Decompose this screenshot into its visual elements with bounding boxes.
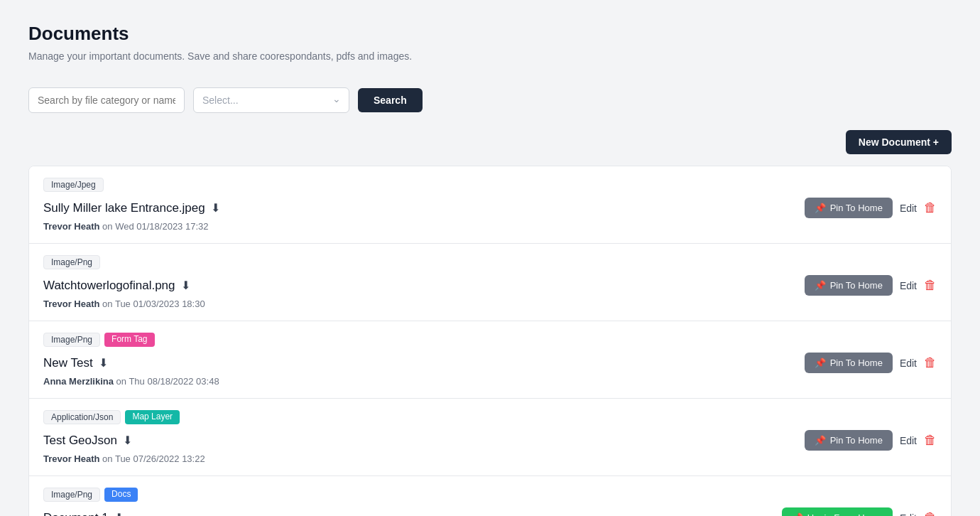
tag-default: Image/Jpeg (43, 178, 104, 192)
doc-name-row: Sully Miller lake Entrance.jpeg⬇📌Pin To … (43, 198, 937, 218)
select-wrapper: Select... (193, 87, 349, 113)
pin-icon: 📌 (815, 358, 826, 368)
doc-name-row: New Test⬇📌Pin To HomeEdit🗑 (43, 353, 937, 373)
delete-button[interactable]: 🗑 (924, 278, 937, 293)
tag-default: Image/Png (43, 488, 100, 502)
doc-name-row: Document 1⬇📌Unpin From HomeEdit🗑 (43, 507, 937, 516)
list-item: Image/PngForm TagNew Test⬇📌Pin To HomeEd… (29, 321, 951, 399)
doc-meta: Trevor Heath on Tue 01/03/2023 18:30 (43, 299, 937, 309)
unpin-button[interactable]: 📌Unpin From Home (782, 507, 893, 516)
doc-meta: Anna Merzlikina on Thu 08/18/2022 03:48 (43, 376, 937, 387)
delete-button[interactable]: 🗑 (924, 433, 937, 448)
doc-tags: Image/PngDocs (43, 488, 937, 502)
doc-name: Test GeoJson⬇ (43, 434, 132, 448)
doc-actions: 📌Pin To HomeEdit🗑 (805, 198, 937, 218)
doc-meta: Trevor Heath on Wed 01/18/2023 17:32 (43, 221, 937, 232)
list-item: Image/JpegSully Miller lake Entrance.jpe… (29, 166, 951, 244)
doc-actions: 📌Unpin From HomeEdit🗑 (782, 507, 937, 516)
pin-button[interactable]: 📌Pin To Home (805, 198, 893, 218)
pin-icon: 📌 (792, 512, 803, 516)
pin-button[interactable]: 📌Pin To Home (805, 275, 893, 296)
edit-button[interactable]: Edit (900, 358, 917, 369)
edit-button[interactable]: Edit (900, 280, 917, 291)
pin-icon: 📌 (815, 203, 826, 213)
search-toolbar: Select... Search (28, 87, 952, 113)
delete-button[interactable]: 🗑 (924, 510, 937, 516)
download-icon[interactable]: ⬇ (181, 279, 190, 292)
list-item: Image/PngWatchtowerlogofinal.png⬇📌Pin To… (29, 244, 951, 321)
doc-name: New Test⬇ (43, 356, 108, 370)
page-title: Documents (28, 23, 952, 45)
new-document-button[interactable]: New Document + (846, 130, 952, 154)
tag-pink: Form Tag (104, 333, 154, 347)
pin-label: Unpin From Home (807, 512, 883, 516)
doc-name-row: Watchtowerlogofinal.png⬇📌Pin To HomeEdit… (43, 275, 937, 296)
page-subtitle: Manage your important documents. Save an… (28, 50, 952, 62)
download-icon[interactable]: ⬇ (211, 201, 220, 215)
edit-button[interactable]: Edit (900, 512, 917, 517)
doc-name-row: Test GeoJson⬇📌Pin To HomeEdit🗑 (43, 430, 937, 451)
doc-tags: Image/Jpeg (43, 178, 937, 192)
tag-blue: Docs (104, 488, 138, 502)
doc-tags: Application/JsonMap Layer (43, 410, 937, 424)
doc-actions: 📌Pin To HomeEdit🗑 (805, 275, 937, 296)
doc-name: Sully Miller lake Entrance.jpeg⬇ (43, 201, 220, 215)
delete-button[interactable]: 🗑 (924, 355, 937, 370)
tag-default: Application/Json (43, 410, 121, 424)
pin-label: Pin To Home (830, 358, 883, 368)
new-document-row: New Document + (28, 130, 952, 154)
pin-icon: 📌 (815, 435, 826, 446)
search-input[interactable] (28, 87, 185, 113)
download-icon[interactable]: ⬇ (114, 511, 124, 516)
download-icon[interactable]: ⬇ (123, 434, 132, 447)
tag-teal: Map Layer (125, 410, 180, 424)
category-select[interactable]: Select... (193, 87, 349, 113)
pin-label: Pin To Home (830, 280, 883, 291)
search-button[interactable]: Search (358, 88, 423, 112)
doc-tags: Image/Png (43, 255, 937, 269)
pin-label: Pin To Home (830, 435, 883, 446)
pin-button[interactable]: 📌Pin To Home (805, 353, 893, 373)
delete-button[interactable]: 🗑 (924, 200, 937, 215)
document-list: Image/JpegSully Miller lake Entrance.jpe… (28, 166, 952, 516)
pin-label: Pin To Home (830, 203, 883, 213)
pin-icon: 📌 (815, 280, 826, 291)
tag-default: Image/Png (43, 255, 100, 269)
list-item: Application/JsonMap LayerTest GeoJson⬇📌P… (29, 399, 951, 476)
doc-tags: Image/PngForm Tag (43, 333, 937, 347)
download-icon[interactable]: ⬇ (99, 356, 108, 370)
list-item: Image/PngDocsDocument 1⬇📌Unpin From Home… (29, 476, 951, 516)
doc-name: Document 1⬇ (43, 511, 124, 517)
doc-actions: 📌Pin To HomeEdit🗑 (805, 353, 937, 373)
doc-name: Watchtowerlogofinal.png⬇ (43, 279, 190, 293)
tag-default: Image/Png (43, 333, 100, 347)
pin-button[interactable]: 📌Pin To Home (805, 430, 893, 451)
edit-button[interactable]: Edit (900, 203, 917, 214)
edit-button[interactable]: Edit (900, 435, 917, 446)
doc-actions: 📌Pin To HomeEdit🗑 (805, 430, 937, 451)
doc-meta: Trevor Heath on Tue 07/26/2022 13:22 (43, 453, 937, 464)
